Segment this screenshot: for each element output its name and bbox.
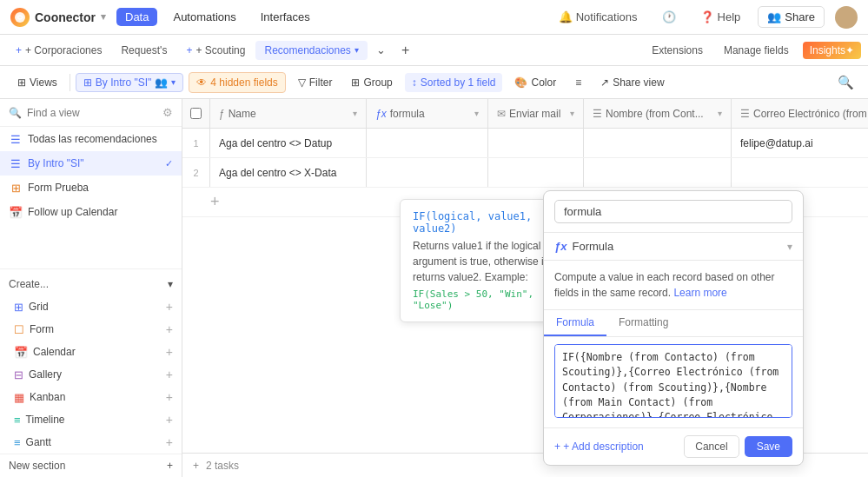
th-enviarmail[interactable]: ✉ Enviar mail ▾ [488, 99, 584, 128]
formula-textarea[interactable]: IF({Nombre (from Contacto) (from Scoutin… [554, 344, 792, 418]
view-item-todas[interactable]: ☰ Todas las recomendaciones [0, 127, 182, 151]
create-gantt[interactable]: ≡ Gantt + [0, 431, 182, 454]
insights-btn[interactable]: Insights✦ [803, 42, 861, 59]
color-btn[interactable]: 🎨 Color [507, 73, 563, 92]
create-kanban[interactable]: ▦ Kanban + [0, 386, 182, 408]
views-btn[interactable]: ⊞ Views [10, 73, 64, 92]
td-check-2[interactable]: 2 [182, 158, 210, 187]
th-nombre-cont[interactable]: ☰ Nombre (from Cont... ▾ [584, 99, 732, 128]
create-list: ⊞ Grid + ☐ Form + 📅 Calendar + [0, 295, 182, 454]
caret-icon-2: ▾ [171, 77, 176, 87]
th-name[interactable]: ƒ Name ▾ [210, 99, 367, 128]
create-grid[interactable]: ⊞ Grid + [0, 295, 182, 318]
td-correo-1[interactable]: felipe@datup.ai [732, 129, 868, 157]
by-intro-btn[interactable]: ⊞ By Intro "SI" 👥 ▾ [76, 73, 184, 92]
formula-cancel-btn[interactable]: Cancel [684, 435, 739, 458]
manage-fields-btn[interactable]: Manage fields [717, 42, 796, 59]
row-height-btn[interactable]: ≡ [568, 73, 588, 92]
timeline-icon-create: ≡ [14, 414, 21, 427]
sidebar: 🔍 ⚙ ☰ Todas las recomendaciones ☰ By Int… [0, 99, 182, 477]
view-item-followup[interactable]: 📅 Follow up Calendar [0, 200, 182, 224]
td-contact-1[interactable] [584, 129, 732, 157]
gear-icon[interactable]: ⚙ [162, 106, 173, 119]
kanban-icon-create: ▦ [14, 391, 24, 404]
create-calendar[interactable]: 📅 Calendar + [0, 341, 182, 363]
tab-scouting[interactable]: + + Scouting [177, 41, 254, 60]
help-btn[interactable]: ❓ Help [693, 7, 748, 27]
th-correo-elec[interactable]: ☰ Correo Electrónico (from C... ▾ [732, 99, 868, 128]
question-icon: ❓ [700, 10, 714, 23]
td-name-1[interactable]: Aga del centro <> Datup [210, 129, 367, 157]
plus-icon-tasks: + [193, 460, 199, 472]
sidebar-divider [0, 268, 182, 269]
history-btn[interactable]: 🕐 [655, 7, 683, 27]
th-formula[interactable]: ƒx formula ▾ [367, 99, 488, 128]
tab-bar: + + Corporaciones Request's + + Scouting… [0, 35, 868, 66]
people-icon: 👥 [155, 76, 168, 89]
filter-icon: ▽ [298, 76, 306, 89]
tab-recomendaciones[interactable]: Recomendaciones ▾ [255, 41, 367, 60]
td-mail-1[interactable] [488, 129, 584, 157]
formula-type-left: ƒx Formula [554, 240, 613, 253]
td-check-1[interactable]: 1 [182, 129, 210, 157]
td-formula-2[interactable] [367, 158, 488, 187]
formula-desc: Compute a value in each record based on … [544, 261, 803, 310]
user-avatar[interactable] [835, 6, 858, 29]
row-num-1: 1 [193, 138, 198, 149]
notifications-btn[interactable]: 🔔 Notifications [552, 7, 645, 27]
formula-tabs: Formula Formatting [544, 310, 803, 337]
create-section-header[interactable]: Create... ▾ [0, 273, 182, 295]
group-btn[interactable]: ⊞ Group [344, 73, 399, 92]
nav-interfaces[interactable]: Interfaces [252, 8, 319, 26]
formula-modal: ƒx Formula ▾ Compute a value in each rec… [543, 190, 804, 466]
formula-search-input[interactable] [554, 200, 792, 223]
tab-corporaciones[interactable]: + + Corporaciones [7, 41, 110, 60]
app-caret: ▾ [101, 11, 106, 23]
search-btn[interactable]: 🔍 [834, 71, 858, 94]
td-mail-2[interactable] [488, 158, 584, 187]
tab-formula[interactable]: Formula [544, 310, 606, 336]
add-description-btn[interactable]: + + Add description [554, 441, 644, 453]
history-icon: 🕐 [662, 10, 676, 23]
td-correo-2[interactable] [732, 158, 868, 187]
search-icon-sidebar: 🔍 [9, 107, 22, 119]
hidden-fields-btn[interactable]: 👁 4 hidden fields [189, 72, 285, 93]
filter-btn[interactable]: ▽ Filter [291, 73, 340, 92]
learn-more-link[interactable]: Learn more [673, 287, 726, 299]
td-name-2[interactable]: Aga del centro <> X-Data [210, 158, 367, 187]
share-icon: 👥 [767, 10, 781, 23]
mail-col-icon: ✉ [497, 108, 506, 120]
th-contact-caret: ▾ [718, 109, 722, 118]
formula-save-btn[interactable]: Save [745, 436, 792, 457]
sort-btn[interactable]: ↕ Sorted by 1 field [405, 73, 503, 92]
view-label-followup: Follow up Calendar [28, 206, 117, 218]
correo-col-icon: ☰ [740, 108, 750, 120]
calendar-icon-create: 📅 [14, 346, 28, 359]
tab-formatting[interactable]: Formatting [606, 310, 680, 336]
sidebar-search-input[interactable] [27, 107, 157, 119]
tab-requests[interactable]: Request's [112, 41, 176, 60]
nav-data[interactable]: Data [116, 8, 157, 26]
share-view-btn[interactable]: ↗ Share view [593, 73, 671, 92]
th-check[interactable] [182, 99, 210, 128]
extensions-btn[interactable]: Extensions [645, 42, 710, 59]
color-icon: 🎨 [514, 76, 527, 89]
tab-add-btn[interactable]: + [394, 39, 416, 62]
view-item-form[interactable]: ⊞ Form Prueba [0, 176, 182, 200]
view-label-form: Form Prueba [28, 182, 89, 194]
td-formula-1[interactable] [367, 129, 488, 157]
create-form[interactable]: ☐ Form + [0, 318, 182, 341]
td-contact-2[interactable] [584, 158, 732, 187]
create-gallery[interactable]: ⊟ Gallery + [0, 363, 182, 386]
create-timeline[interactable]: ≡ Timeline + [0, 408, 182, 431]
share-btn[interactable]: 👥 Share [758, 6, 825, 28]
nav-automations[interactable]: Automations [164, 8, 244, 26]
select-all-checkbox[interactable] [190, 108, 202, 119]
new-section-btn[interactable]: New section + [0, 454, 182, 477]
top-nav: Coonector ▾ Data Automations Interfaces … [0, 0, 868, 35]
app-logo[interactable]: Coonector ▾ [10, 8, 106, 27]
tab-more-btn[interactable]: ⌄ [369, 40, 393, 60]
svg-point-0 [15, 12, 25, 23]
view-item-byintro[interactable]: ☰ By Intro "SI" ✓ [0, 151, 182, 176]
formula-chevron-icon[interactable]: ▾ [787, 241, 792, 253]
